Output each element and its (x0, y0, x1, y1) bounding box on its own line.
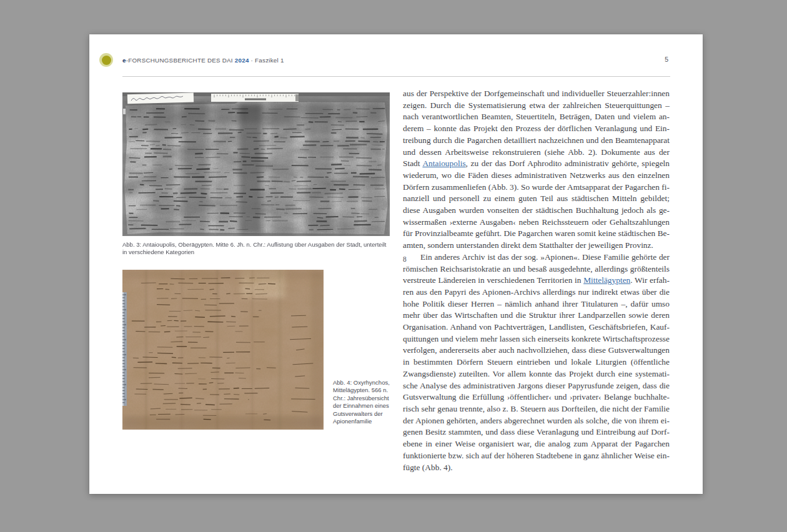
body-link[interactable]: Antaioupolis (422, 159, 465, 168)
papyrus-abb3-graphic (122, 92, 390, 236)
running-header: e-FORSCHUNGSBERICHTE DES DAI 2024 · Fasz… (122, 57, 284, 64)
brand-year: 2024 (235, 57, 249, 64)
dai-logo-dot (102, 56, 111, 65)
paragraph: 8Ein anderes Archiv ist das der sog. »Ap… (403, 252, 670, 473)
page-number: 5 (665, 56, 668, 63)
papyrus-abb4-graphic (122, 270, 324, 430)
body-link[interactable]: Mittelägypten (583, 275, 630, 285)
article-text: aus der Perspektive der Dorfgemeinschaft… (403, 88, 670, 473)
measuring-ruler (122, 292, 127, 406)
header-divider (122, 76, 670, 77)
figure-3-caption: Abb. 3: Antaioupolis, Oberägypten. Mitte… (122, 241, 387, 257)
paragraph: aus der Perspektive der Dorfgemeinschaft… (403, 88, 670, 252)
brand-fascicle: · Faszikel 1 (249, 57, 284, 64)
brand-title: -FORSCHUNGSBERICHTE DES DAI (126, 57, 235, 64)
figure-3-papyrus-image (122, 92, 390, 236)
handwritten-inventory-label (127, 93, 194, 104)
dai-logo-icon (99, 53, 113, 67)
figure-4-papyrus-image (122, 270, 324, 430)
document-page: e-FORSCHUNGSBERICHTE DES DAI 2024 · Fasz… (89, 34, 703, 494)
viewer-background: { "header": { "brand_e": "e", "brand_tit… (0, 0, 787, 532)
figure-4-caption: Abb. 4: Oxyrhynchos, Mittelägypten. 566 … (333, 379, 394, 425)
photo-scale-ruler (211, 94, 299, 102)
paragraph-number: 8 (403, 254, 407, 265)
